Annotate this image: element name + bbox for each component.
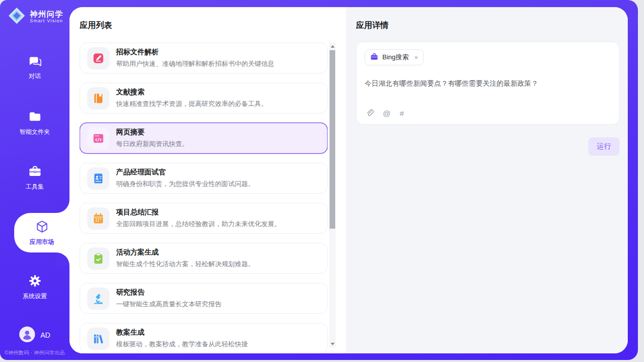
app-card-text: 产品经理面试官明确身份和职责，为您提供专业性的面试问题。 [116, 168, 255, 189]
sidebar-item-settings[interactable]: 系统设置 [0, 274, 69, 301]
scroll-down-arrow-icon[interactable] [329, 341, 336, 347]
book-icon [87, 87, 110, 110]
app-card-description: 帮助用户快速、准确地理解和解析招标书中的关键信息 [116, 59, 274, 68]
app-card-pm-interviewer[interactable]: 产品经理面试官明确身份和职责，为您提供专业性的面试问题。 [80, 163, 328, 194]
calendar-icon [87, 207, 110, 230]
app-detail-panel: 应用详情 Bing搜索 × 今日湖北有哪些新闻要点？有哪些需要关注的最新政策？ [346, 7, 628, 353]
edit-doc-icon [87, 47, 110, 69]
app-detail-title: 应用详情 [356, 20, 388, 31]
toolbox-icon [28, 164, 42, 178]
brand-subtitle: Smart Vision [30, 18, 63, 23]
concave-curve-top [56, 200, 69, 213]
app-card-name: 文献搜索 [116, 88, 268, 97]
interview-doc-icon [87, 167, 110, 190]
sidebar-item-label: 应用市场 [30, 238, 54, 246]
app-card-name: 研究报告 [116, 288, 222, 297]
app-card-description: 智能生成个性化活动方案，轻松解决规划难题。 [116, 260, 255, 269]
folder-icon [28, 110, 42, 124]
query-input-card[interactable]: Bing搜索 × 今日湖北有哪些新闻要点？有哪些需要关注的最新政策？ @ # [356, 42, 620, 125]
app-card-description: 全面回顾项目进展，总结经验教训，助力未来优化发展。 [116, 220, 281, 229]
app-card-bid-doc-analysis[interactable]: 招标文件解析帮助用户快速、准确地理解和解析招标书中的关键信息 [80, 43, 328, 74]
app-card-description: 一键智能生成高质量长文本研究报告 [116, 300, 222, 309]
microscope-icon [87, 287, 110, 310]
brand-logo: 神州问学 Smart Vision [8, 7, 63, 27]
query-text[interactable]: 今日湖北有哪些新闻要点？有哪些需要关注的最新政策？ [365, 79, 611, 88]
app-card-name: 活动方案生成 [116, 248, 255, 257]
tool-chip-label: Bing搜索 [382, 53, 409, 62]
app-card-name: 教案生成 [116, 328, 248, 337]
sidebar-item-label: 工具集 [26, 183, 44, 191]
app-card-text: 教案生成模板驱动，教案秒成，教学准备从此轻松快捷 [116, 328, 248, 349]
app-card-project-summary[interactable]: 项目总结汇报全面回顾项目进展，总结经验教训，助力未来优化发展。 [80, 203, 328, 234]
cube-icon [35, 220, 49, 234]
app-card-webpage-summary[interactable]: 网页摘要每日政府新闻资讯快查。 [80, 123, 328, 154]
app-list-panel: 应用列表 招标文件解析帮助用户快速、准确地理解和解析招标书中的关键信息文献搜索快… [69, 7, 346, 353]
chip-close-icon[interactable]: × [414, 54, 418, 61]
app-card-description: 模板驱动，教案秒成，教学准备从此轻松快捷 [116, 340, 248, 349]
chat-icon [28, 54, 42, 68]
app-card-text: 项目总结汇报全面回顾项目进展，总结经验教训，助力未来优化发展。 [116, 208, 281, 229]
concave-curve-bottom [56, 252, 69, 266]
app-card-description: 快速精准查找学术资源，提高研究效率的必备工具。 [116, 99, 268, 108]
scroll-up-arrow-icon[interactable] [329, 43, 336, 49]
app-card-name: 产品经理面试官 [116, 168, 255, 177]
app-card-list: 招标文件解析帮助用户快速、准确地理解和解析招标书中的关键信息文献搜索快速精准查找… [80, 43, 328, 353]
app-card-name: 网页摘要 [116, 128, 189, 137]
tool-chip-bing-search[interactable]: Bing搜索 × [365, 49, 424, 65]
sidebar-item-label: 智能文件夹 [20, 128, 50, 136]
scrollbar-thumb[interactable] [330, 50, 335, 229]
user-initials: AD [41, 331, 50, 339]
app-card-lesson-plan[interactable]: 教案生成模板驱动，教案秒成，教学准备从此轻松快捷 [80, 323, 328, 353]
avatar-person-icon [19, 327, 35, 344]
brand-name: 神州问学 [30, 10, 63, 18]
app-card-text: 活动方案生成智能生成个性化活动方案，轻松解决规划难题。 [116, 248, 255, 269]
list-scrollbar [329, 43, 336, 347]
user-account[interactable]: AD [0, 327, 69, 344]
sidebar-item-toolset[interactable]: 工具集 [0, 164, 69, 191]
app-card-description: 明确身份和职责，为您提供专业性的面试问题。 [116, 179, 255, 189]
run-button[interactable]: 运行 [588, 137, 620, 156]
sidebar-item-label: 对话 [29, 72, 41, 81]
app-card-literature-search[interactable]: 文献搜索快速精准查找学术资源，提高研究效率的必备工具。 [80, 83, 328, 114]
sidebar-item-label: 系统设置 [23, 292, 47, 301]
books-icon [87, 328, 110, 350]
app-list-title: 应用列表 [80, 20, 112, 31]
input-toolbar: @ # [365, 109, 404, 118]
app-card-event-plan[interactable]: 活动方案生成智能生成个性化活动方案，轻松解决规划难题。 [80, 243, 328, 274]
app-card-text: 研究报告一键智能生成高质量长文本研究报告 [116, 288, 222, 309]
sidebar-item-chat[interactable]: 对话 [0, 54, 69, 81]
app-card-text: 文献搜索快速精准查找学术资源，提高研究效率的必备工具。 [116, 88, 268, 108]
sidebar: 神州问学 Smart Vision 对话智能文件夹工具集应用市场系统设置 AD … [0, 0, 69, 360]
gear-icon [28, 274, 42, 288]
app-card-research-report[interactable]: 研究报告一键智能生成高质量长文本研究报告 [80, 283, 328, 314]
sidebar-item-app-market[interactable]: 应用市场 [14, 213, 69, 252]
app-card-name: 招标文件解析 [116, 48, 274, 57]
sidebar-footer: ©神州数码 · 神州问学出品 [0, 349, 69, 356]
paperclip-icon[interactable] [365, 109, 374, 118]
browser-code-icon [87, 127, 110, 150]
app-card-text: 招标文件解析帮助用户快速、准确地理解和解析招标书中的关键信息 [116, 48, 274, 68]
clipboard-check-icon [87, 247, 110, 270]
briefcase-icon [370, 53, 378, 62]
mention-icon[interactable]: @ [383, 110, 390, 117]
sidebar-item-smart-folder[interactable]: 智能文件夹 [0, 110, 69, 136]
diamond-logo-icon [8, 7, 26, 27]
hash-icon[interactable]: # [400, 110, 404, 117]
content-area: 应用列表 招标文件解析帮助用户快速、准确地理解和解析招标书中的关键信息文献搜索快… [69, 7, 628, 353]
app-card-text: 网页摘要每日政府新闻资讯快查。 [116, 128, 189, 149]
app-card-name: 项目总结汇报 [116, 208, 281, 217]
app-card-description: 每日政府新闻资讯快查。 [116, 139, 189, 149]
